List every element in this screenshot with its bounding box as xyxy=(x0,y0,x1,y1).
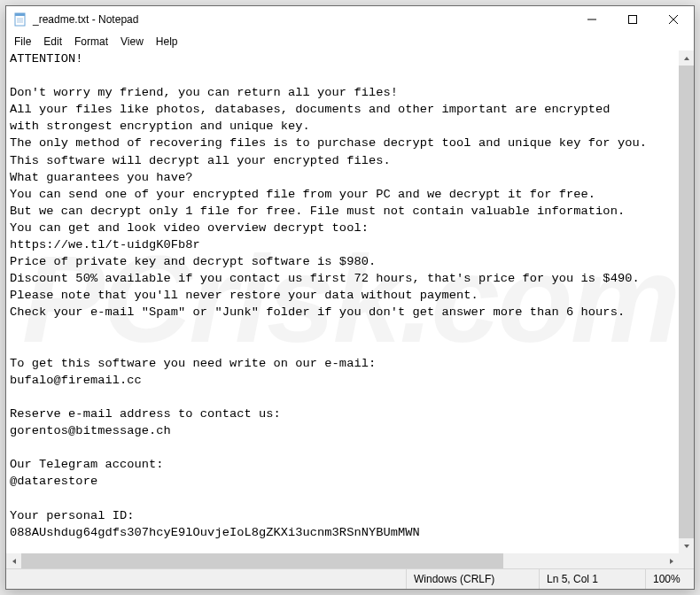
menu-file[interactable]: File xyxy=(8,35,37,49)
text-content[interactable]: ATTENTION! Don't worry my friend, you ca… xyxy=(10,50,679,553)
menu-edit[interactable]: Edit xyxy=(37,35,68,49)
svg-rect-1 xyxy=(15,13,25,16)
scroll-up-button[interactable] xyxy=(679,50,694,66)
scroll-thumb-vertical[interactable] xyxy=(679,66,694,538)
menu-format[interactable]: Format xyxy=(68,35,114,49)
horizontal-scrollbar[interactable] xyxy=(6,553,679,568)
scroll-down-button[interactable] xyxy=(679,538,694,553)
scroll-track-vertical[interactable] xyxy=(679,66,694,538)
status-cursor-position: Ln 5, Col 1 xyxy=(539,569,645,589)
menubar: File Edit Format View Help xyxy=(6,33,694,50)
status-spacer xyxy=(6,569,406,589)
maximize-button[interactable] xyxy=(612,6,653,33)
scroll-track-horizontal[interactable] xyxy=(21,553,664,568)
scroll-left-button[interactable] xyxy=(6,553,21,568)
scroll-thumb-horizontal[interactable] xyxy=(21,553,503,568)
titlebar[interactable]: _readme.txt - Notepad xyxy=(6,6,694,33)
notepad-window: _readme.txt - Notepad File Edit Format V… xyxy=(5,5,695,590)
statusbar: Windows (CRLF) Ln 5, Col 1 100% xyxy=(6,568,694,589)
menu-help[interactable]: Help xyxy=(150,35,184,49)
scroll-corner xyxy=(679,553,694,568)
menu-view[interactable]: View xyxy=(114,35,150,49)
status-line-ending: Windows (CRLF) xyxy=(406,569,539,589)
status-zoom: 100% xyxy=(645,569,694,589)
minimize-button[interactable] xyxy=(572,6,612,33)
window-title: _readme.txt - Notepad xyxy=(33,13,572,26)
svg-rect-6 xyxy=(629,16,637,24)
window-controls xyxy=(572,6,694,32)
close-button[interactable] xyxy=(653,6,694,33)
text-area-wrap: PCrisk.com ATTENTION! Don't worry my fri… xyxy=(6,50,694,568)
scroll-right-button[interactable] xyxy=(664,553,679,568)
notepad-icon xyxy=(13,12,27,27)
vertical-scrollbar[interactable] xyxy=(679,50,694,553)
